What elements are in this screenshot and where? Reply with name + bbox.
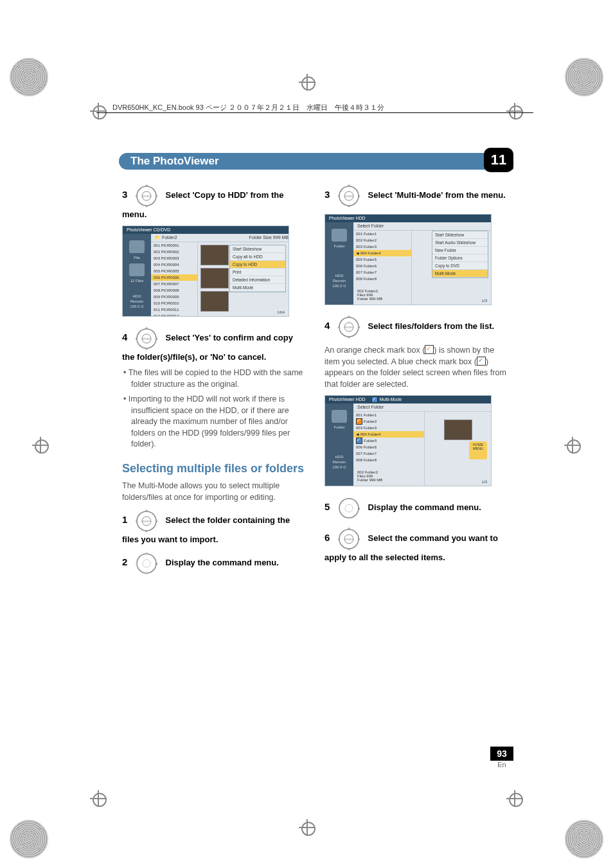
folder-row: 003 Folder3	[353, 244, 411, 250]
step-3-left: 3 ENTER++++ Select 'Copy to HDD' from th…	[122, 183, 305, 220]
menu-item: Multi-Mode	[432, 270, 488, 278]
section-heading: Selecting multiple files or folders	[122, 462, 305, 476]
svg-text:▸: ▸	[155, 561, 158, 567]
folder-row: 005 Folder5	[353, 256, 411, 263]
svg-text:ENTER: ENTER	[345, 538, 353, 541]
page-indicator: 1/3	[482, 299, 487, 303]
svg-text:ENTER: ENTER	[143, 338, 150, 341]
svg-text:+: +	[135, 193, 138, 199]
svg-text:+: +	[348, 183, 351, 188]
folder-row: Folder5	[353, 438, 424, 444]
mode-label: Multi-Mode	[379, 397, 402, 402]
side-label: 100.0 G	[325, 284, 353, 288]
side-label: HDD	[325, 455, 353, 459]
svg-text:+: +	[135, 336, 138, 342]
file-row: 009 PIOR0009	[151, 294, 197, 300]
file-row: 006 PIOR0006	[151, 274, 197, 281]
menu-item: Copy all to HDD	[230, 253, 285, 261]
svg-text:+: +	[145, 326, 148, 331]
running-header: DVR650HK_KC_EN.book 93 ページ ２００７年２月２１日 水曜…	[112, 103, 384, 112]
crop-mark	[90, 790, 107, 807]
page-number: 93	[490, 747, 513, 761]
step-number: 1	[122, 515, 127, 526]
side-label: HDD	[325, 274, 353, 278]
menu-item: Start Slideshow	[432, 231, 488, 239]
side-label: 100.0 G	[123, 305, 151, 308]
step-text: Select 'Multi-Mode' from the menu.	[368, 190, 506, 200]
svg-text:+: +	[348, 314, 351, 319]
orange-check-icon	[425, 345, 434, 354]
step-5: 5 ▸ Display the command menu.	[324, 495, 508, 521]
photoviewer-cddvd-screenshot: PhotoViewer CD/DVD File 12 Files HDD Rem…	[122, 226, 289, 317]
svg-text:+: +	[337, 193, 341, 199]
step-4-left: 4 ENTER++++ Select 'Yes' to confirm and …	[122, 326, 305, 363]
right-column: 3 ENTER++++ Select 'Multi-Mode' from the…	[324, 183, 508, 581]
section-intro: The Multi-Mode allows you to select mult…	[122, 481, 305, 503]
file-icon	[129, 240, 145, 253]
step-number: 4	[122, 332, 127, 342]
svg-text:+: +	[337, 536, 341, 542]
svg-text:+: +	[155, 336, 159, 342]
crop-mark	[90, 103, 107, 120]
svg-text:+: +	[358, 193, 361, 199]
nav-pad-icon: ▸	[336, 495, 362, 521]
enter-pad-icon: ENTER++++	[336, 314, 362, 340]
svg-text:+: +	[135, 518, 138, 524]
svg-text:ENTER: ENTER	[143, 520, 150, 523]
ui-title: PhotoViewer HDD	[329, 216, 366, 220]
nav-pad-icon: +++▸	[134, 551, 159, 576]
svg-text:▸: ▸	[358, 506, 360, 511]
ui-title: PhotoViewer HDD	[329, 397, 366, 402]
page-indicator: 1/3	[482, 480, 487, 484]
svg-text:+: +	[155, 518, 159, 524]
svg-text:+: +	[145, 571, 148, 576]
side-label: Folder	[325, 244, 353, 248]
step-number: 3	[122, 189, 127, 200]
menu-item: Start Slideshow	[230, 245, 285, 253]
enter-pad-icon: ENTER++++	[134, 326, 159, 351]
thumbnail-icon	[200, 268, 229, 288]
info-line: Folder 999 MB	[357, 297, 382, 301]
file-row: 003 PIOR0003	[151, 255, 197, 261]
folder-icon	[332, 229, 347, 242]
chapter-title: The PhotoViewer	[119, 155, 219, 168]
side-label: 100.0 G	[325, 465, 353, 469]
side-label: Remain	[325, 279, 353, 283]
crop-mark	[506, 103, 523, 120]
crop-mark	[506, 790, 523, 807]
menu-item: Print	[230, 269, 285, 276]
svg-point-41	[339, 499, 359, 518]
svg-text:+: +	[145, 551, 148, 556]
menu-item: Multi-Mode	[230, 284, 285, 292]
svg-text:+: +	[348, 547, 351, 552]
svg-text:+: +	[348, 335, 351, 340]
menu-item: Detailed Information	[230, 276, 285, 284]
folder-row: 006 Folder6	[353, 444, 424, 450]
svg-text:+: +	[135, 561, 138, 567]
svg-text:+: +	[348, 526, 351, 531]
svg-text:ENTER: ENTER	[345, 326, 353, 329]
svg-point-42	[345, 504, 353, 512]
svg-text:+: +	[155, 193, 159, 199]
file-row: 002 PIOR0002	[151, 249, 197, 255]
left-column: 3 ENTER++++ Select 'Copy to HDD' from th…	[122, 183, 305, 581]
svg-text:+: +	[145, 204, 148, 209]
sub-header: Select Folder	[357, 403, 384, 411]
folder-row: ◀ 004 Folder4	[353, 431, 424, 438]
svg-text:ENTER: ENTER	[143, 195, 150, 198]
side-label: 12 Files	[123, 279, 151, 283]
photoviewer-hdd-screenshot: PhotoViewer HDD Folder HDD Remain 100.0 …	[324, 214, 492, 305]
file-row: 004 PIOR0004	[151, 261, 197, 268]
step-text: Display the command menu.	[166, 558, 279, 567]
file-row: 012 PIOR0012	[151, 313, 197, 317]
ui-title: PhotoViewer CD/DVD	[127, 227, 170, 232]
bullet-item: Importing to the HDD will not work if th…	[131, 394, 305, 450]
crop-mark	[299, 74, 315, 91]
step-number: 4	[324, 320, 330, 331]
step-4-right: 4 ENTER++++ Select files/folders from th…	[324, 314, 508, 340]
file-row: 010 PIOR0010	[151, 300, 197, 306]
enter-pad-icon: ENTER++++	[134, 508, 159, 534]
menu-item: Copy to HDD	[230, 261, 285, 269]
svg-text:+: +	[348, 204, 351, 209]
home-menu-badge: HOME MENU	[469, 441, 487, 459]
